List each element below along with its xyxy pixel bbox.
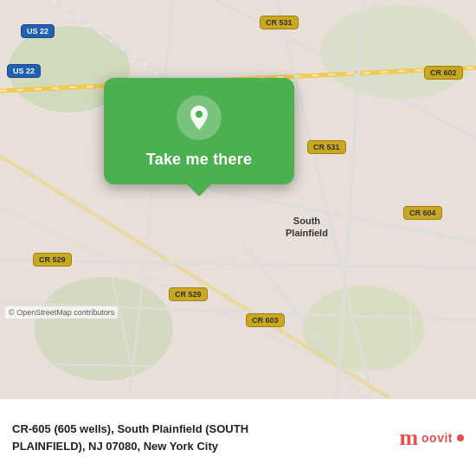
moovit-initial: m bbox=[399, 425, 418, 451]
road-badge-cr531b: CR 531 bbox=[307, 140, 346, 154]
svg-point-23 bbox=[196, 111, 203, 118]
map-container: US 22 US 22 CR 531 CR 531 CR 602 CR 529 … bbox=[0, 0, 476, 398]
road-badge-cr603: CR 603 bbox=[246, 313, 285, 327]
address-text: CR-605 (605 wells), South Plainfield (SO… bbox=[12, 421, 389, 454]
road-badge-cr602: CR 602 bbox=[424, 66, 463, 80]
road-badge-us22b: US 22 bbox=[7, 64, 41, 78]
road-badge-cr604: CR 604 bbox=[403, 206, 442, 220]
location-icon bbox=[177, 95, 222, 140]
address-line2: PLAINFIELD), NJ 07080, bbox=[12, 440, 140, 453]
svg-point-2 bbox=[320, 4, 476, 100]
address-line1: CR-605 (605 wells), South Plainfield (SO… bbox=[12, 422, 248, 435]
road-badge-cr529a: CR 529 bbox=[33, 253, 72, 267]
moovit-dot bbox=[457, 434, 464, 441]
road-badge-us22a: US 22 bbox=[21, 24, 55, 38]
take-me-there-button[interactable]: Take me there bbox=[146, 151, 252, 169]
copyright-notice: © OpenStreetMap contributors bbox=[5, 306, 118, 318]
moovit-logo: m oovit bbox=[399, 425, 464, 451]
moovit-wordmark: oovit bbox=[421, 431, 453, 445]
city-label-south-plainfield: SouthPlainfield bbox=[286, 215, 328, 240]
popup-card: Take me there bbox=[104, 78, 294, 184]
road-badge-cr529b: CR 529 bbox=[169, 287, 208, 301]
address-city: New York City bbox=[144, 440, 218, 453]
info-bar: CR-605 (605 wells), South Plainfield (SO… bbox=[0, 398, 476, 476]
road-badge-cr531a: CR 531 bbox=[260, 16, 299, 29]
